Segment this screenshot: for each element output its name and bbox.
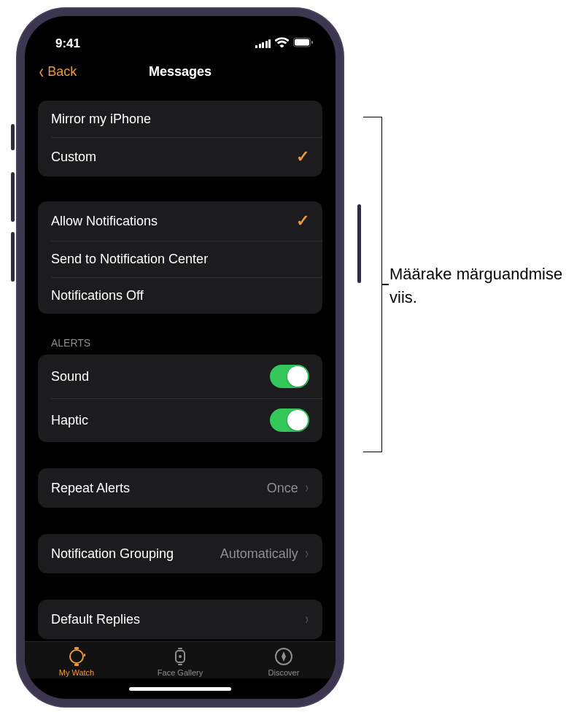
compass-icon [274, 646, 293, 667]
svg-point-10 [179, 655, 182, 658]
off-label: Notifications Off [51, 288, 144, 303]
callout-text: Määrake märguandmise viis. [389, 263, 574, 309]
haptic-row: Haptic [38, 398, 322, 442]
allow-notifications-row[interactable]: Allow Notifications ✓ [38, 201, 322, 241]
repeat-label: Repeat Alerts [51, 481, 130, 496]
tab-discover[interactable]: Discover [232, 646, 336, 677]
allow-label: Allow Notifications [51, 214, 158, 229]
chevron-right-icon: › [305, 610, 308, 629]
default-replies-label: Default Replies [51, 612, 140, 627]
repeat-value: Once [267, 481, 298, 496]
svg-rect-2 [311, 41, 313, 44]
custom-label: Custom [51, 150, 96, 165]
checkmark-icon: ✓ [296, 212, 309, 231]
status-indicators [255, 36, 314, 51]
default-replies-row[interactable]: Default Replies › [38, 600, 322, 639]
wifi-icon [275, 36, 289, 51]
notifications-off-row[interactable]: Notifications Off [38, 277, 322, 314]
repeat-alerts-row[interactable]: Repeat Alerts Once › [38, 468, 322, 508]
chevron-left-icon: ‹ [39, 61, 44, 82]
custom-row[interactable]: Custom ✓ [38, 137, 322, 177]
svg-rect-5 [74, 664, 79, 666]
svg-rect-6 [84, 654, 85, 657]
mirror-group: Mirror my iPhone Custom ✓ [38, 101, 322, 177]
phone-screen: 9:41 ‹ Back Messages [25, 16, 336, 699]
notifications-group: Allow Notifications ✓ Send to Notificati… [38, 201, 322, 314]
haptic-label: Haptic [51, 413, 88, 428]
mirror-label: Mirror my iPhone [51, 112, 151, 127]
svg-point-3 [70, 650, 83, 663]
chevron-right-icon: › [305, 544, 308, 563]
tab-face-gallery[interactable]: Face Gallery [128, 646, 232, 677]
tab-label: My Watch [59, 668, 95, 677]
alerts-group: Sound Haptic [38, 355, 322, 442]
dynamic-island [133, 26, 227, 53]
send-center-label: Send to Notification Center [51, 252, 208, 267]
notification-grouping-row[interactable]: Notification Grouping Automatically › [38, 534, 322, 573]
default-replies-group: Default Replies › [38, 600, 322, 639]
volume-down-button[interactable] [11, 232, 15, 282]
grouping-value: Automatically [220, 546, 298, 562]
cellular-icon [255, 39, 271, 48]
nav-bar: ‹ Back Messages [25, 57, 336, 93]
grouping-label: Notification Grouping [51, 546, 174, 562]
back-label: Back [47, 64, 77, 80]
mirror-iphone-row[interactable]: Mirror my iPhone [38, 101, 322, 137]
phone-frame: 9:41 ‹ Back Messages [16, 7, 344, 708]
tab-label: Face Gallery [158, 668, 203, 677]
chevron-right-icon: › [305, 479, 308, 497]
status-time: 9:41 [55, 36, 80, 51]
home-indicator[interactable] [25, 678, 336, 699]
svg-rect-8 [178, 648, 182, 649]
svg-rect-9 [178, 664, 182, 665]
tab-my-watch[interactable]: My Watch [25, 646, 128, 677]
settings-content[interactable]: Mirror my iPhone Custom ✓ Allow Notifica… [25, 93, 336, 641]
checkmark-icon: ✓ [296, 147, 309, 166]
back-button[interactable]: ‹ Back [38, 61, 77, 82]
tab-label: Discover [268, 668, 300, 677]
haptic-toggle[interactable] [270, 408, 309, 432]
send-to-center-row[interactable]: Send to Notification Center [38, 241, 322, 277]
svg-rect-4 [74, 647, 79, 649]
sound-label: Sound [51, 369, 89, 384]
battery-icon [293, 36, 314, 51]
alerts-header: ALERTS [38, 337, 322, 355]
callout-bracket [363, 117, 382, 452]
sound-row: Sound [38, 355, 322, 398]
callout-tick [381, 284, 389, 285]
sound-toggle[interactable] [270, 365, 309, 388]
tab-bar: My Watch Face Gallery Discover [25, 641, 336, 678]
grouping-group: Notification Grouping Automatically › [38, 534, 322, 573]
mute-switch[interactable] [11, 124, 15, 150]
power-button[interactable] [357, 204, 361, 283]
volume-up-button[interactable] [11, 172, 15, 222]
svg-rect-1 [295, 39, 309, 46]
page-title: Messages [149, 64, 212, 80]
face-gallery-icon [172, 646, 188, 667]
repeat-alerts-group: Repeat Alerts Once › [38, 468, 322, 508]
watch-icon [68, 646, 85, 667]
